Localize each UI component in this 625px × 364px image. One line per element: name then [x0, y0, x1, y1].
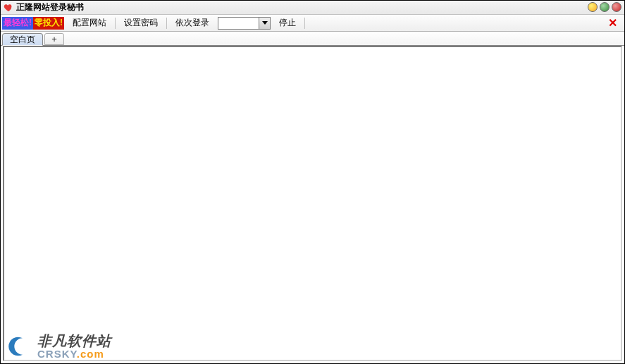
heart-icon	[4, 3, 13, 13]
tab-label: 空白页	[10, 34, 35, 46]
set-password-button[interactable]: 设置密码	[118, 16, 163, 30]
tabbar: 空白页 +	[1, 32, 624, 46]
close-tab-button[interactable]: ✕	[606, 16, 619, 29]
new-tab-button[interactable]: +	[44, 33, 64, 45]
stop-button[interactable]: 停止	[273, 16, 302, 30]
titlebar: 正隆网站登录秘书	[1, 1, 624, 15]
login-sequence-button[interactable]: 依次登录	[170, 16, 215, 30]
tab-blank-page[interactable]: 空白页	[2, 33, 43, 46]
maximize-button[interactable]	[600, 2, 609, 12]
promo-label-a: 最轻松!	[2, 17, 33, 30]
separator-icon	[166, 18, 167, 29]
separator-icon	[115, 18, 116, 29]
app-window: 正隆网站登录秘书 最轻松! 零投入! 配置网站 设置密码 依次登录 停止 ✕ 空…	[0, 0, 625, 364]
browser-viewport	[3, 46, 622, 361]
content-area: 非凡软件站 CRSKY.com	[1, 46, 624, 363]
window-controls	[588, 2, 621, 12]
separator-icon	[304, 18, 305, 29]
toolbar: 最轻松! 零投入! 配置网站 设置密码 依次登录 停止 ✕	[1, 15, 624, 32]
close-window-button[interactable]	[612, 2, 621, 12]
plus-icon: +	[51, 34, 57, 44]
minimize-button[interactable]	[588, 2, 598, 12]
chevron-down-icon	[259, 18, 270, 29]
promo-label-b: 零投入!	[33, 17, 64, 30]
window-title: 正隆网站登录秘书	[16, 1, 84, 13]
promo-banner: 最轻松! 零投入!	[2, 17, 64, 30]
site-select-dropdown[interactable]	[218, 17, 271, 30]
config-site-button[interactable]: 配置网站	[67, 16, 112, 30]
